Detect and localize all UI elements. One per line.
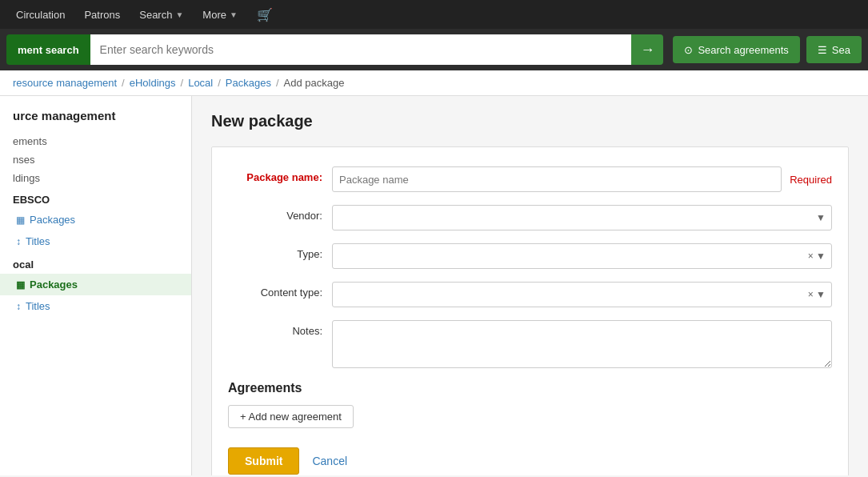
form-row-package-name: Package name: Required — [228, 166, 832, 192]
breadcrumb-sep-4: / — [276, 77, 279, 89]
agreements-title: Agreements — [228, 381, 832, 395]
sidebar-item-local-titles[interactable]: ↕ Titles — [0, 295, 191, 317]
search-go-button[interactable]: → — [631, 34, 663, 65]
main-content: New package Package name: Required Vendo… — [192, 96, 868, 475]
nav-circulation[interactable]: Circulation — [6, 0, 74, 29]
vendor-label: Vendor: — [228, 205, 332, 222]
search-input[interactable] — [90, 34, 632, 65]
content-type-label: Content type: — [228, 282, 332, 299]
package-name-input[interactable] — [332, 166, 782, 192]
sidebar: urce management ements nses ldings EBSCO… — [0, 96, 192, 475]
titles-icon: ↕ — [16, 236, 21, 247]
nav-cart[interactable]: 🛒 — [247, 7, 282, 22]
sidebar-section-agreements[interactable]: ements — [0, 132, 191, 150]
nav-more[interactable]: More ▼ — [193, 0, 247, 29]
vendor-select-wrapper: ▼ — [332, 205, 832, 230]
search-go-icon: → — [640, 42, 654, 58]
form-card: Package name: Required Vendor: ▼ — [211, 146, 849, 475]
breadcrumb: resource management / eHoldings / Local … — [0, 70, 868, 96]
main-layout: urce management ements nses ldings EBSCO… — [0, 96, 868, 475]
sidebar-group-ebsco: EBSCO — [0, 187, 191, 209]
top-navigation: Circulation Patrons Search ▼ More ▼ 🛒 — [0, 0, 868, 29]
content-type-control: × ▼ — [332, 282, 832, 307]
search-input-container — [90, 34, 632, 65]
breadcrumb-sep-2: / — [181, 77, 184, 89]
type-control: × ▼ — [332, 243, 832, 269]
sidebar-title: urce management — [0, 102, 191, 132]
breadcrumb-resource-management[interactable]: resource management — [13, 77, 117, 89]
form-row-type: Type: × ▼ — [228, 243, 832, 269]
local-titles-icon: ↕ — [16, 301, 21, 312]
type-select-wrapper: × ▼ — [332, 243, 832, 269]
search-other-icon: ☰ — [818, 44, 827, 56]
type-label: Type: — [228, 243, 332, 260]
form-row-vendor: Vendor: ▼ — [228, 205, 832, 230]
breadcrumb-sep-1: / — [122, 77, 125, 89]
search-agreements-button[interactable]: ⊙ Search agreements — [673, 36, 799, 63]
nav-search[interactable]: Search ▼ — [130, 0, 193, 29]
packages-icon: ▦ — [16, 214, 25, 226]
sidebar-section-licenses[interactable]: nses — [0, 150, 191, 169]
search-bar-label: ment search — [6, 34, 90, 65]
page-title: New package — [211, 112, 849, 130]
search-other-button[interactable]: ☰ Sea — [806, 36, 862, 63]
vendor-select[interactable] — [332, 205, 832, 230]
sidebar-item-ebsco-titles[interactable]: ↕ Titles — [0, 230, 191, 252]
notes-label: Notes: — [228, 320, 332, 337]
type-select[interactable] — [332, 243, 832, 269]
vendor-control: ▼ — [332, 205, 832, 230]
breadcrumb-current: Add package — [284, 77, 345, 89]
breadcrumb-sep-3: / — [218, 77, 221, 89]
action-buttons: Submit Cancel — [228, 441, 832, 475]
search-bar-row: ment search → ⊙ Search agreements ☰ Sea — [0, 29, 868, 70]
content-type-select[interactable] — [332, 282, 832, 307]
search-dropdown-arrow: ▼ — [175, 10, 183, 19]
cancel-button[interactable]: Cancel — [309, 447, 350, 475]
local-packages-icon: ▦ — [16, 279, 25, 291]
sidebar-item-ebsco-packages[interactable]: ▦ Packages — [0, 209, 191, 230]
nav-patrons[interactable]: Patrons — [74, 0, 130, 29]
search-agreements-icon: ⊙ — [684, 44, 693, 56]
package-name-control: Required — [332, 166, 832, 192]
breadcrumb-local[interactable]: Local — [188, 77, 213, 89]
cart-icon: 🛒 — [257, 8, 273, 22]
submit-button[interactable]: Submit — [228, 447, 299, 475]
add-agreement-button[interactable]: + Add new agreement — [228, 405, 354, 428]
notes-textarea[interactable] — [332, 320, 832, 368]
breadcrumb-eholdings[interactable]: eHoldings — [130, 77, 176, 89]
required-text: Required — [790, 174, 832, 186]
form-row-content-type: Content type: × ▼ — [228, 282, 832, 307]
sidebar-item-local-packages[interactable]: ▦ Packages — [0, 274, 191, 295]
package-name-label: Package name: — [228, 166, 332, 183]
sidebar-section-holdings[interactable]: ldings — [0, 169, 191, 187]
sidebar-group-local: ocal — [0, 252, 191, 274]
breadcrumb-packages[interactable]: Packages — [226, 77, 271, 89]
form-row-notes: Notes: — [228, 320, 832, 368]
notes-control — [332, 320, 832, 368]
more-dropdown-arrow: ▼ — [230, 10, 238, 19]
content-type-select-wrapper: × ▼ — [332, 282, 832, 307]
agreements-section: Agreements + Add new agreement — [228, 381, 832, 428]
